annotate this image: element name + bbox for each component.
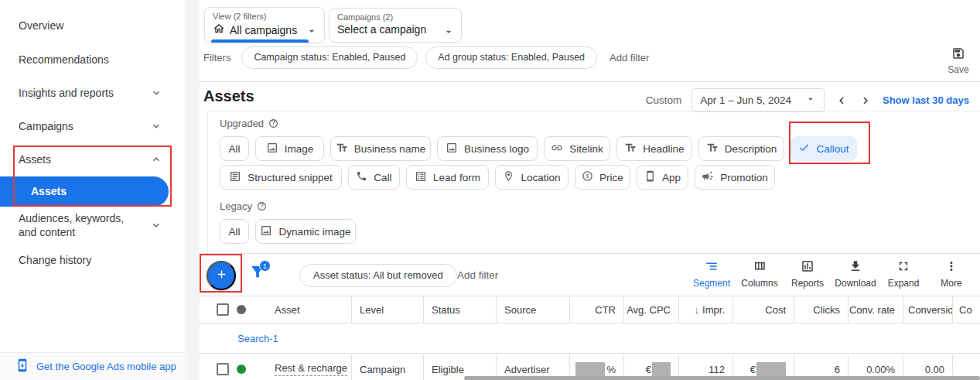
image-icon bbox=[260, 224, 272, 239]
asset-type-chip-headline[interactable]: Headline bbox=[616, 136, 692, 161]
expand-button[interactable]: Expand bbox=[879, 259, 927, 289]
sidebar-item-insights-and-reports[interactable]: Insights and reports bbox=[0, 86, 186, 100]
chevron-down-icon bbox=[150, 87, 162, 102]
save-button[interactable]: Save bbox=[941, 46, 975, 75]
reports-button[interactable]: Reports bbox=[784, 259, 831, 289]
enabled-status-dot-icon bbox=[237, 365, 246, 374]
column-header-conversions[interactable]: Conversions bbox=[903, 296, 953, 323]
horizontal-scrollbar[interactable] bbox=[464, 376, 980, 380]
column-header-impressions-sorted[interactable]: ↓ Impr. bbox=[679, 296, 733, 323]
more-button[interactable]: More bbox=[927, 259, 975, 289]
active-view-indicator bbox=[211, 39, 309, 43]
asset-type-chip-structured-snippet[interactable]: Structured snippet bbox=[220, 165, 342, 190]
sidebar: Overview Recommendations Insights and re… bbox=[0, 0, 186, 380]
columns-button[interactable]: Columns bbox=[736, 259, 784, 289]
asset-type-chip-promotion[interactable]: Promotion bbox=[695, 165, 775, 190]
legacy-chip-dynamic-image[interactable]: Dynamic image bbox=[255, 219, 356, 244]
date-range-controls: Custom Apr 1 – Jun 5, 2024 Show last 30 … bbox=[646, 88, 969, 112]
row-status-dot-cell bbox=[232, 354, 259, 380]
column-header-source[interactable]: Source bbox=[497, 296, 570, 323]
filters-label: Filters bbox=[203, 52, 230, 63]
sidebar-item-assets[interactable]: Assets bbox=[0, 152, 186, 166]
legacy-section-label: Legacy bbox=[220, 200, 980, 212]
select-all-checkbox[interactable] bbox=[217, 303, 229, 316]
asset-type-chip-sitelink[interactable]: Sitelink bbox=[544, 136, 610, 161]
asset-type-chip-business-name[interactable]: Business name bbox=[330, 136, 431, 161]
sidebar-item-audiences-keywords-content[interactable]: Audiences, keywords, and content bbox=[0, 211, 186, 239]
header-status-dot-cell bbox=[232, 296, 259, 323]
asset-type-chip-business-logo[interactable]: Business logo bbox=[437, 136, 538, 161]
column-header-clicks[interactable]: Clicks bbox=[794, 296, 849, 323]
asset-type-chip-callout-selected[interactable]: Callout bbox=[790, 136, 857, 161]
more-vert-icon bbox=[944, 262, 958, 276]
asset-type-chip-call[interactable]: Call bbox=[348, 165, 400, 190]
redacted-value bbox=[652, 362, 671, 377]
text-fields-icon bbox=[336, 142, 348, 156]
date-range-dropdown[interactable]: Apr 1 – Jun 5, 2024 bbox=[691, 88, 825, 112]
campaign-status-filter-chip[interactable]: Campaign status: Enabled, Paused bbox=[241, 46, 418, 69]
document-icon bbox=[229, 170, 241, 185]
asset-type-chip-image[interactable]: Image bbox=[255, 136, 324, 161]
filters-bar: Filters Campaign status: Enabled, Paused… bbox=[203, 46, 649, 69]
redacted-value bbox=[575, 362, 605, 377]
table-add-filter-button[interactable]: Add filter bbox=[457, 269, 498, 281]
asset-status-filter-chip[interactable]: Asset status: All but removed bbox=[299, 264, 457, 287]
asset-type-chip-price[interactable]: $ Price bbox=[575, 165, 630, 190]
legacy-chip-all[interactable]: All bbox=[220, 219, 249, 244]
sidebar-item-campaigns[interactable]: Campaigns bbox=[0, 119, 186, 133]
column-header-level[interactable]: Level bbox=[352, 296, 424, 323]
date-mode-label: Custom bbox=[646, 94, 682, 106]
sort-descending-icon: ↓ bbox=[695, 304, 700, 316]
sidebar-item-recommendations[interactable]: Recommendations bbox=[0, 53, 186, 67]
column-header-cost[interactable]: Cost bbox=[733, 296, 794, 323]
column-header-ctr[interactable]: CTR bbox=[570, 296, 624, 323]
view-selector-dropdown[interactable]: View (2 filters) All campaigns bbox=[204, 7, 325, 43]
chevron-down-icon bbox=[150, 219, 162, 235]
add-asset-button[interactable] bbox=[207, 261, 236, 290]
campaign-group-link[interactable]: Search-1 bbox=[237, 333, 278, 344]
main-content: View (2 filters) All campaigns Campaigns… bbox=[200, 0, 980, 380]
asset-type-chip-all[interactable]: All bbox=[220, 136, 249, 161]
reports-chart-icon bbox=[801, 262, 814, 276]
column-header-avg-cpc[interactable]: Avg. CPC bbox=[624, 296, 679, 323]
asset-type-chip-location[interactable]: Location bbox=[495, 165, 569, 190]
chevron-down-icon bbox=[150, 120, 162, 135]
image-icon bbox=[446, 142, 458, 156]
column-header-conv-rate[interactable]: Conv. rate bbox=[849, 296, 903, 323]
asset-type-chip-lead-form[interactable]: Lead form bbox=[406, 165, 489, 190]
column-header-status[interactable]: Status bbox=[424, 296, 497, 323]
download-icon bbox=[849, 262, 862, 276]
sidebar-item-overview[interactable]: Overview bbox=[0, 19, 186, 33]
chevron-up-icon bbox=[150, 153, 162, 169]
segment-button[interactable]: Segment bbox=[688, 259, 736, 289]
image-icon bbox=[266, 142, 278, 156]
table-header-row: Asset Level Status Source CTR Avg. CPC ↓… bbox=[200, 296, 980, 324]
sidebar-item-assets-sub-selected[interactable]: Assets bbox=[0, 176, 169, 207]
asset-name-link[interactable]: Rest & recharge bbox=[275, 362, 347, 376]
dropdown-caret-icon bbox=[442, 26, 455, 41]
dropdown-caret-icon bbox=[306, 25, 318, 40]
asset-type-filter-panel: Upgraded All Image Business name Busines… bbox=[207, 111, 980, 253]
mobile-app-link[interactable]: Get the Google Ads mobile app bbox=[0, 352, 185, 380]
divider bbox=[200, 81, 980, 82]
status-dot-header-icon bbox=[237, 305, 246, 314]
help-icon[interactable] bbox=[257, 201, 267, 211]
show-last-30-days-link[interactable]: Show last 30 days bbox=[883, 94, 969, 106]
download-button[interactable]: Download bbox=[831, 259, 879, 289]
add-filter-button[interactable]: Add filter bbox=[610, 52, 649, 63]
campaign-selector-dropdown[interactable]: Campaigns (2) Select a campaign bbox=[329, 8, 462, 43]
column-header-asset[interactable]: Asset bbox=[259, 296, 352, 323]
header-checkbox-cell bbox=[200, 296, 232, 323]
legacy-chip-row: All Dynamic image bbox=[220, 219, 980, 244]
table-filter-button[interactable]: 1 bbox=[249, 263, 266, 283]
svg-text:$: $ bbox=[586, 173, 589, 179]
previous-date-range-button[interactable] bbox=[835, 94, 849, 108]
asset-type-chip-description[interactable]: Description bbox=[698, 136, 784, 161]
column-header-cost-per-conv[interactable]: Co bbox=[953, 296, 980, 323]
sidebar-item-change-history[interactable]: Change history bbox=[0, 253, 186, 267]
ad-group-status-filter-chip[interactable]: Ad group status: Enabled, Paused bbox=[425, 46, 597, 69]
asset-type-chip-app[interactable]: App bbox=[637, 165, 688, 190]
help-icon[interactable] bbox=[268, 118, 278, 128]
row-checkbox[interactable] bbox=[217, 363, 229, 375]
next-date-range-button[interactable] bbox=[859, 94, 872, 108]
